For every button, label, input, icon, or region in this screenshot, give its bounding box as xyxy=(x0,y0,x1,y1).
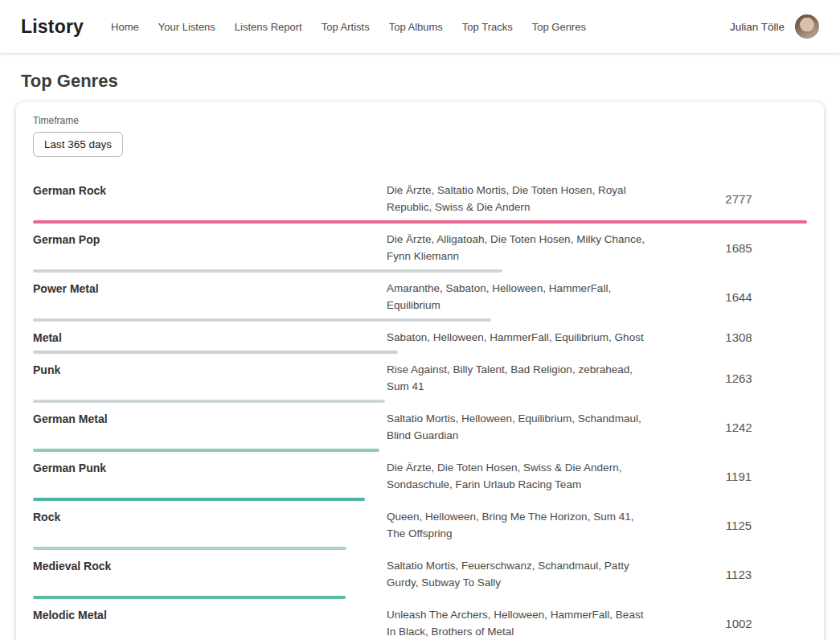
nav-links: HomeYour ListensListens ReportTop Artist… xyxy=(111,21,586,33)
genre-count: 1191 xyxy=(670,459,807,493)
genre-name: Medieval Rock xyxy=(33,557,387,591)
genre-row[interactable]: Medieval Rock Saltatio Mortis, Feuerschw… xyxy=(33,550,807,599)
genre-row[interactable]: Power Metal Amaranthe, Sabaton, Hellowee… xyxy=(33,273,807,322)
navbar-right: Julian Tölle xyxy=(730,14,819,39)
genre-artists: Amaranthe, Sabaton, Helloween, HammerFal… xyxy=(387,280,652,314)
page-title: Top Genres xyxy=(21,71,819,92)
user-avatar[interactable] xyxy=(795,14,819,39)
genres-table: German Rock Die Ärzte, Saltatio Mortis, … xyxy=(33,174,807,640)
genre-row[interactable]: German Pop Die Ärzte, Alligatoah, Die To… xyxy=(33,224,807,273)
genre-artists: Saltatio Mortis, Helloween, Equilibrium,… xyxy=(387,410,652,444)
genre-count: 1242 xyxy=(670,410,807,444)
genre-row[interactable]: German Rock Die Ärzte, Saltatio Mortis, … xyxy=(33,174,807,224)
nav-item-your-listens[interactable]: Your Listens xyxy=(158,21,215,33)
genre-artists: Rise Against, Billy Talent, Bad Religion… xyxy=(387,361,652,395)
genre-row[interactable]: Rock Queen, Helloween, Bring Me The Hori… xyxy=(33,501,807,550)
genre-count: 1685 xyxy=(670,231,807,265)
genre-artists: Die Ärzte, Die Toten Hosen, Swiss & Die … xyxy=(387,459,652,493)
nav-item-home[interactable]: Home xyxy=(111,21,139,33)
genre-name: Punk xyxy=(33,361,387,395)
nav-item-top-genres[interactable]: Top Genres xyxy=(532,21,586,33)
genre-count: 1644 xyxy=(670,280,807,314)
genre-row[interactable]: German Punk Die Ärzte, Die Toten Hosen, … xyxy=(33,452,807,501)
genre-name: Melodic Metal xyxy=(33,606,387,640)
genre-name: German Rock xyxy=(33,182,387,215)
nav-item-top-albums[interactable]: Top Albums xyxy=(389,21,443,33)
top-genres-card: Timeframe Last 365 days German Rock Die … xyxy=(16,102,824,640)
main-content: Top Genres Timeframe Last 365 days Germa… xyxy=(0,71,840,640)
timeframe-select[interactable]: Last 365 days xyxy=(33,132,123,157)
genre-artists: Unleash The Archers, Helloween, HammerFa… xyxy=(387,606,652,640)
genre-name: Rock xyxy=(33,508,387,542)
genre-name: German Punk xyxy=(33,459,387,493)
nav-item-listens-report[interactable]: Listens Report xyxy=(235,21,302,33)
genre-artists: Saltatio Mortis, Feuerschwanz, Schandmau… xyxy=(387,557,652,591)
genre-row[interactable]: German Metal Saltatio Mortis, Helloween,… xyxy=(33,403,807,452)
genre-count: 1263 xyxy=(670,361,807,395)
timeframe-label: Timeframe xyxy=(33,115,807,126)
genre-count: 1123 xyxy=(670,557,807,591)
genre-artists: Queen, Helloween, Bring Me The Horizon, … xyxy=(387,508,652,542)
genre-count: 1125 xyxy=(670,508,807,542)
nav-item-top-artists[interactable]: Top Artists xyxy=(322,21,370,33)
genre-name: Power Metal xyxy=(33,280,387,314)
genre-name: German Pop xyxy=(33,231,387,265)
navbar: Listory HomeYour ListensListens ReportTo… xyxy=(0,0,840,53)
genre-artists: Sabaton, Helloween, HammerFall, Equilibr… xyxy=(387,329,652,346)
genre-count: 1308 xyxy=(670,329,807,346)
user-name: Julian Tölle xyxy=(730,21,785,33)
app-logo[interactable]: Listory xyxy=(21,16,84,38)
genre-name: German Metal xyxy=(33,410,387,444)
genre-name: Metal xyxy=(33,329,387,346)
genre-row[interactable]: Punk Rise Against, Billy Talent, Bad Rel… xyxy=(33,354,807,403)
genre-artists: Die Ärzte, Saltatio Mortis, Die Toten Ho… xyxy=(387,182,652,215)
nav-item-top-tracks[interactable]: Top Tracks xyxy=(462,21,513,33)
genre-row[interactable]: Melodic Metal Unleash The Archers, Hello… xyxy=(33,599,807,640)
genre-artists: Die Ärzte, Alligatoah, Die Toten Hosen, … xyxy=(387,231,652,265)
genre-count: 1002 xyxy=(670,606,807,640)
genre-row[interactable]: Metal Sabaton, Helloween, HammerFall, Eq… xyxy=(33,322,807,354)
genre-count: 2777 xyxy=(670,182,807,215)
